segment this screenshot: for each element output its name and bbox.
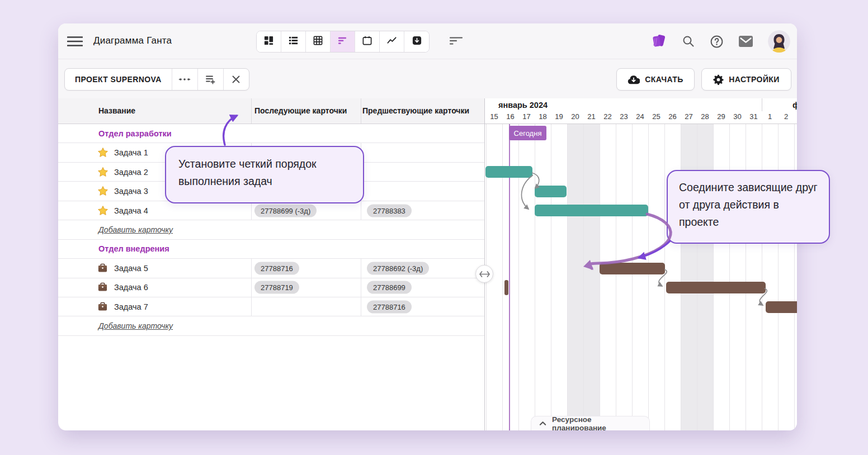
column-header-name[interactable]: Название [98, 106, 135, 115]
prev-card-chip[interactable]: 27788692 (-3д) [367, 262, 429, 274]
weekend-shading [583, 124, 600, 430]
prev-card-chip[interactable]: 27788383 [367, 204, 412, 217]
view-grid-button[interactable] [306, 31, 331, 52]
grid-line [583, 124, 584, 430]
add-list-icon[interactable] [197, 69, 223, 90]
hamburger-menu-icon[interactable] [67, 36, 83, 47]
grid-line [616, 124, 616, 430]
briefcase-icon [97, 282, 108, 293]
app-logo-icon[interactable] [650, 33, 667, 50]
table-row: Задача 427788699 (-3д)27788383 [58, 201, 484, 220]
grid-line [632, 124, 633, 430]
grid-line [600, 124, 600, 430]
gantt-bar-задача-5[interactable] [600, 263, 665, 274]
help-icon[interactable] [710, 35, 724, 49]
app-header: Диаграмма Ганта [58, 23, 797, 59]
grid-line [664, 124, 665, 430]
star-icon [97, 205, 108, 216]
column-divider [251, 297, 252, 316]
day-label: 2 [778, 112, 794, 121]
view-gantt-button[interactable] [331, 31, 355, 52]
month-label: январь 2024 [498, 101, 548, 110]
mail-icon[interactable] [738, 35, 753, 48]
download-button[interactable]: СКАЧАТЬ [616, 68, 695, 91]
add-card-link[interactable]: Добавить карточку [98, 321, 173, 330]
view-kanban-button[interactable] [257, 31, 281, 52]
gantt-bar-задача-4[interactable] [535, 205, 648, 216]
gantt-bar-fragment[interactable] [504, 280, 508, 295]
archive-view-icon [412, 35, 422, 48]
day-label: 29 [713, 112, 729, 121]
tooltip-order: Установите четкий порядок выполнения зад… [165, 146, 364, 203]
filter-icon[interactable] [449, 34, 464, 50]
group-name: Отдел внедрения [98, 244, 169, 253]
column-divider [251, 201, 252, 220]
briefcase-icon [97, 301, 108, 312]
column-divider [361, 297, 361, 316]
project-options-icon[interactable] [172, 69, 197, 90]
next-card-chip[interactable]: 27788719 [254, 281, 299, 294]
project-toolbar: ПРОЕКТ SUPERNOVA СКАЧАТЬ НАСТРОЙКИ [58, 59, 797, 98]
task-name[interactable]: Задача 5 [114, 264, 148, 273]
day-label: 16 [502, 112, 518, 121]
gantt-bar-задача-6[interactable] [666, 282, 766, 293]
search-icon[interactable] [682, 35, 695, 48]
add-card-row: Добавить карточку [58, 220, 484, 239]
horizontal-resize-icon [479, 271, 490, 277]
view-calendar-button[interactable] [355, 31, 380, 52]
gantt-month-header: январь 2024 ф [485, 98, 797, 111]
task-name[interactable]: Задача 7 [114, 302, 148, 311]
table-row: Задача 62778871927788699 [58, 278, 484, 297]
column-header-prev-cards[interactable]: Предшествующие карточки [362, 106, 469, 115]
task-name[interactable]: Задача 4 [114, 206, 148, 215]
day-label: 28 [697, 112, 713, 121]
task-name[interactable]: Задача 2 [114, 168, 148, 177]
column-divider [251, 259, 252, 277]
day-label: 22 [600, 112, 616, 121]
group-row: Отдел внедрения [58, 240, 484, 259]
day-label: 19 [551, 112, 567, 121]
day-label: 24 [632, 112, 648, 121]
settings-button[interactable]: НАСТРОЙКИ [701, 68, 791, 91]
view-archive-button[interactable] [404, 31, 429, 52]
resource-panel-label: Ресурсное планирование [552, 415, 641, 431]
user-avatar[interactable] [768, 30, 790, 53]
gantt-bar-задача-2[interactable] [485, 166, 532, 178]
gantt-bar-задача-3[interactable] [535, 186, 567, 197]
table-header: Название Последующие карточки Предшеству… [58, 98, 484, 124]
day-label: 23 [616, 112, 632, 121]
pane-resize-handle[interactable] [475, 265, 493, 283]
view-list-button[interactable] [281, 31, 306, 52]
task-name[interactable]: Задача 1 [114, 148, 148, 157]
task-name[interactable]: Задача 6 [114, 283, 148, 292]
column-divider [361, 201, 361, 220]
calendar-view-icon [362, 35, 372, 48]
next-card-chip[interactable]: 27788716 [254, 262, 299, 274]
task-name[interactable]: Задача 3 [114, 187, 148, 196]
chevron-up-icon [539, 421, 546, 426]
prev-card-chip[interactable]: 27788699 [367, 281, 412, 294]
prev-card-chip[interactable]: 27788716 [367, 300, 412, 313]
project-name[interactable]: ПРОЕКТ SUPERNOVA [65, 69, 172, 90]
day-label: 20 [567, 112, 583, 121]
project-selector-group: ПРОЕКТ SUPERNOVA [64, 68, 249, 91]
column-divider [251, 98, 252, 124]
day-label: 15 [486, 112, 502, 121]
column-divider [361, 278, 361, 297]
day-label: 31 [746, 112, 762, 121]
resource-planning-panel[interactable]: Ресурсное планирование [531, 416, 650, 430]
header-right-actions [650, 23, 790, 59]
view-trend-button[interactable] [380, 31, 404, 52]
column-header-next-cards[interactable]: Последующие карточки [254, 106, 347, 115]
next-card-chip[interactable]: 27788699 (-3д) [254, 204, 317, 217]
group-name: Отдел разработки [98, 129, 172, 138]
add-card-row: Добавить карточку [58, 317, 484, 336]
tooltip-connect: Соедините зависящие друг от друга действ… [667, 170, 830, 244]
close-icon[interactable] [223, 69, 249, 90]
page-title: Диаграмма Ганта [93, 35, 172, 46]
day-label: 21 [583, 112, 600, 121]
add-card-link[interactable]: Добавить карточку [98, 225, 173, 234]
list-view-icon [288, 35, 299, 48]
gantt-bar-задача-7[interactable] [766, 301, 797, 313]
view-switcher [256, 31, 430, 53]
